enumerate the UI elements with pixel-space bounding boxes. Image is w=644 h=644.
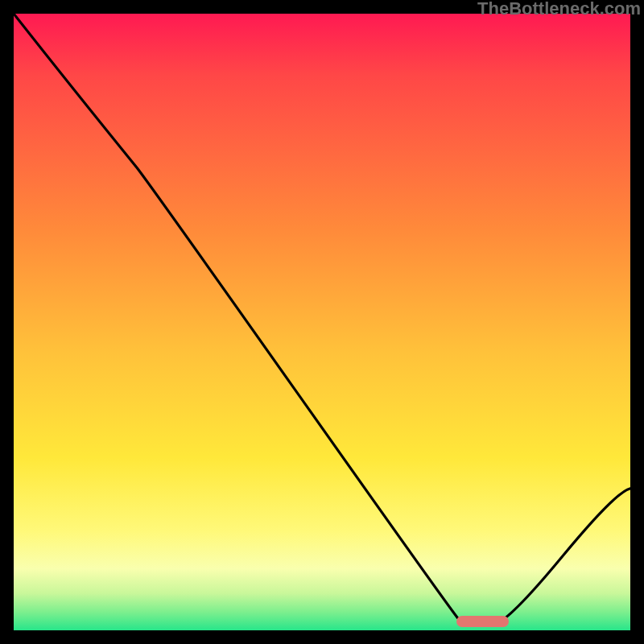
watermark-text: TheBottleneck.com xyxy=(477,0,641,19)
chart-frame xyxy=(14,14,630,630)
optimal-range-marker xyxy=(456,616,509,627)
bottleneck-curve xyxy=(14,14,630,630)
